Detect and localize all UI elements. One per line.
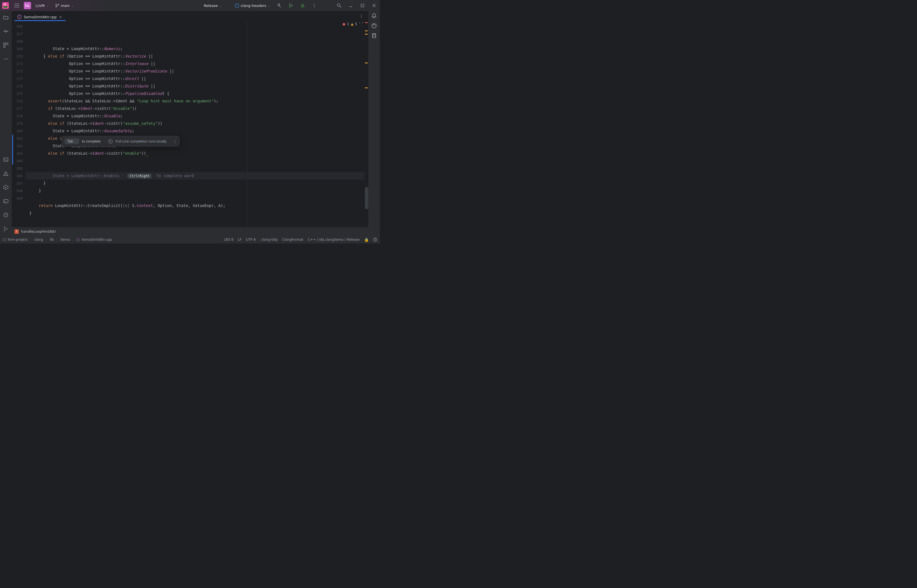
right-tool-gutter xyxy=(368,11,380,236)
path-crumb[interactable]: Sema xyxy=(60,238,70,242)
lock-icon[interactable]: 🔒 xyxy=(364,237,369,242)
more-actions-button[interactable] xyxy=(309,1,319,10)
svg-point-10 xyxy=(5,31,6,32)
window-minimize-button[interactable] xyxy=(346,1,356,10)
vcs-branch-selector[interactable]: main ⌄ xyxy=(53,3,76,9)
tab-more-button[interactable] xyxy=(357,11,366,21)
tab-key-label: Tab xyxy=(67,139,73,143)
function-icon: f xyxy=(15,229,19,234)
svg-point-4 xyxy=(301,5,304,7)
code-body[interactable]: State = LoopHintAttr::Numeric; } else if… xyxy=(26,21,364,227)
svg-point-28 xyxy=(372,34,376,35)
tab-semastmtattr[interactable]: C SemaStmtAttr.cpp × xyxy=(15,13,66,21)
popup-hint: Full Line completion runs locally xyxy=(115,139,167,143)
chevron-right-icon: 〉 xyxy=(71,237,75,242)
chevron-down-icon: ⌄ xyxy=(220,4,222,7)
code-editor[interactable]: ● 1 ▲ 5 ˄˅ 16616716816917017117217317417… xyxy=(11,21,368,227)
svg-point-0 xyxy=(56,4,57,5)
linter[interactable]: .clang-tidy xyxy=(260,238,278,242)
svg-point-16 xyxy=(7,59,8,60)
build-button[interactable] xyxy=(275,1,284,10)
svg-point-26 xyxy=(361,16,362,16)
cpp-file-icon xyxy=(76,238,80,241)
main-menu-button[interactable] xyxy=(12,1,22,10)
build-config-label: Release xyxy=(204,3,218,8)
problems-tool-button[interactable] xyxy=(0,169,11,178)
chevron-down-icon[interactable]: ˅ xyxy=(362,22,363,26)
error-stripe[interactable] xyxy=(364,21,368,227)
build-config-selector[interactable]: Release ⌄ xyxy=(202,3,224,9)
path-crumb[interactable]: llvm-project xyxy=(8,238,27,242)
chevron-right-icon: 〉 xyxy=(29,237,32,242)
workspace: C SemaStmtAttr.cpp × ● 1 ▲ 5 ˄˅ 16616716… xyxy=(0,11,380,236)
terminal-tool-button[interactable] xyxy=(0,155,11,164)
status-alert-icon[interactable] xyxy=(373,238,377,242)
notifications-button[interactable] xyxy=(372,13,376,18)
svg-point-7 xyxy=(314,6,315,8)
error-icon: ● xyxy=(343,22,345,26)
event-log-tool-button[interactable] xyxy=(0,210,11,220)
formatter[interactable]: ClangFormat xyxy=(282,238,304,242)
run-button[interactable] xyxy=(286,1,296,10)
svg-text:C: C xyxy=(19,16,20,18)
run-target-selector[interactable]: clang-headers ⌄ xyxy=(233,3,272,9)
svg-point-8 xyxy=(337,3,340,6)
context-status[interactable]: C++ | obj.clangSema | Release xyxy=(308,238,360,242)
window-maximize-button[interactable] xyxy=(358,1,367,10)
vcs-tool-button[interactable] xyxy=(0,224,11,234)
svg-point-21 xyxy=(4,230,5,231)
scrollbar-thumb[interactable] xyxy=(365,187,368,209)
chevron-down-icon: ⌄ xyxy=(268,4,270,7)
search-button[interactable] xyxy=(335,1,344,10)
path-crumb[interactable]: lib xyxy=(50,238,54,242)
ai-assistant-button[interactable] xyxy=(372,23,377,28)
debug-button[interactable] xyxy=(298,1,307,10)
chevron-up-icon[interactable]: ˄ xyxy=(359,22,361,26)
svg-point-27 xyxy=(361,17,362,18)
close-icon[interactable]: × xyxy=(59,15,62,19)
svg-point-22 xyxy=(6,228,8,229)
svg-rect-12 xyxy=(6,43,8,45)
svg-point-6 xyxy=(314,5,315,6)
branch-icon xyxy=(55,3,59,8)
function-breadcrumb[interactable]: f handleLoopHintAttr xyxy=(11,227,368,236)
left-tool-gutter xyxy=(0,11,11,236)
svg-point-2 xyxy=(56,6,57,7)
inspections-summary[interactable]: ● 1 ▲ 5 ˄˅ xyxy=(343,22,363,26)
file-path-crumbs[interactable]: llvm-project〉clang〉lib〉Sema〉SemaStmtAttr… xyxy=(3,237,112,242)
more-tools-button[interactable] xyxy=(0,54,11,64)
console-tool-button[interactable] xyxy=(0,197,11,206)
module-icon xyxy=(3,238,6,241)
project-tool-button[interactable] xyxy=(0,13,11,22)
database-tool-button[interactable] xyxy=(372,33,376,38)
svg-point-14 xyxy=(4,59,5,60)
tab-key-chip: Tab ⌄ xyxy=(65,138,79,144)
window-close-button[interactable] xyxy=(369,1,379,10)
completion-popup[interactable]: Tab ⌄ to complete ⟳ Full Line completion… xyxy=(61,136,180,147)
encoding[interactable]: UTF-8 xyxy=(246,238,256,242)
tab-filename: SemaStmtAttr.cpp xyxy=(24,15,57,19)
path-crumb[interactable]: clang xyxy=(34,238,43,242)
svg-point-29 xyxy=(3,238,6,241)
svg-point-25 xyxy=(361,15,362,15)
branch-name: main xyxy=(61,3,70,8)
structure-tool-button[interactable] xyxy=(0,40,11,50)
caret-position[interactable]: 183:9 xyxy=(224,238,233,242)
editor-tabstrip: C SemaStmtAttr.cpp × xyxy=(11,11,368,21)
chevron-down-icon: ⌄ xyxy=(74,140,76,143)
svg-rect-11 xyxy=(3,43,5,45)
project-name: LLVM xyxy=(36,3,45,8)
svg-point-15 xyxy=(5,59,6,60)
chevron-down-icon: ⌄ xyxy=(46,4,49,7)
popup-more-icon[interactable]: ⋮ xyxy=(173,139,177,143)
path-crumb[interactable]: SemaStmtAttr.cpp xyxy=(81,238,112,242)
chevron-down-icon: ⌄ xyxy=(71,4,74,7)
statusbar: llvm-project〉clang〉lib〉Sema〉SemaStmtAttr… xyxy=(0,236,380,244)
to-complete-label: to complete xyxy=(82,139,100,143)
svg-rect-17 xyxy=(3,158,8,162)
error-count: 1 xyxy=(347,22,349,26)
services-tool-button[interactable] xyxy=(0,183,11,192)
commit-tool-button[interactable] xyxy=(0,27,11,36)
line-ending[interactable]: LF xyxy=(238,238,242,242)
project-selector[interactable]: LLVM ⌄ xyxy=(33,3,51,9)
